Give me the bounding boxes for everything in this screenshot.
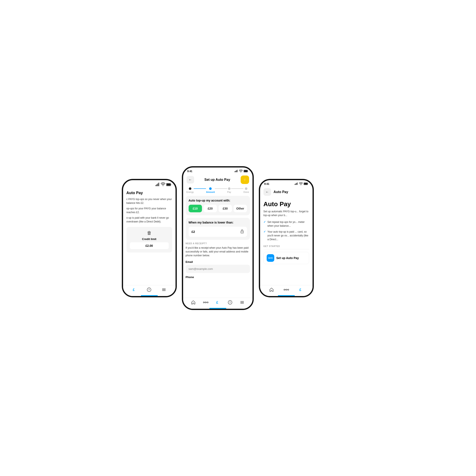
- svg-text:£: £: [133, 288, 135, 292]
- autopay-big-title: Auto Pay: [263, 201, 309, 207]
- svg-text:?: ?: [149, 288, 150, 291]
- svg-rect-2: [157, 183, 158, 186]
- right-back-btn[interactable]: ←: [263, 188, 271, 196]
- amount-btn-20[interactable]: £20: [204, 205, 217, 212]
- left-nav-menu[interactable]: [162, 287, 166, 293]
- left-phone-content: Auto Pay c PAYG top-ups so you never whe…: [123, 188, 175, 296]
- right-signal-icon: [294, 182, 298, 186]
- right-wifi-icon: [299, 182, 303, 186]
- right-nav-home[interactable]: [269, 287, 274, 293]
- svg-rect-19: [244, 170, 247, 172]
- svg-rect-33: [295, 184, 295, 185]
- svg-rect-34: [295, 183, 296, 185]
- svg-rect-14: [235, 171, 236, 172]
- center-nav-menu[interactable]: [240, 300, 244, 306]
- svg-rect-12: [162, 290, 166, 291]
- trash-icon[interactable]: 🗑: [147, 230, 152, 236]
- autopay-desc: Set up automatic PAYG top-u... forget to…: [263, 210, 309, 217]
- right-main: Auto Pay Set up automatic PAYG top-u... …: [260, 198, 313, 279]
- phone-label: Phone: [186, 275, 250, 279]
- credit-limit-label: Credit limit: [142, 238, 156, 241]
- svg-text:?: ?: [229, 301, 231, 304]
- svg-rect-0: [155, 185, 156, 186]
- step-label-amount: Amount: [206, 191, 215, 193]
- step-label-energy: Energy: [187, 191, 194, 193]
- amount-options: £10 £20 £30 Other: [189, 205, 247, 212]
- left-nav-pound[interactable]: £: [132, 287, 137, 293]
- email-label: Email: [186, 260, 250, 263]
- check-text-1: Set repeat top-ups for yo... meter when …: [268, 220, 309, 228]
- left-nav-help[interactable]: ?: [147, 287, 152, 293]
- step-energy: Energy: [187, 187, 194, 193]
- step-line-2: [215, 188, 227, 189]
- topup-section: Auto top-up my account with: £10 £20 £30…: [186, 196, 250, 215]
- receipt-section: NEED A RECEIPT? If you'd like a receipt …: [183, 242, 253, 283]
- balance-title: When my balance is lower than:: [189, 221, 247, 224]
- svg-rect-16: [237, 170, 237, 172]
- center-nav-usage[interactable]: [203, 301, 208, 305]
- scene: Auto Pay c PAYG top-ups so you never whe…: [122, 166, 354, 310]
- right-nav-usage[interactable]: [284, 288, 289, 293]
- center-nav-indicator: [209, 308, 226, 309]
- check-item-2: ✓ Your auto top-up is paid ... card, so …: [263, 230, 309, 241]
- svg-text:£: £: [216, 301, 218, 304]
- left-phone: Auto Pay c PAYG top-ups so you never whe…: [122, 179, 177, 297]
- right-status-icons: [294, 182, 308, 186]
- step-line-3: [231, 188, 243, 189]
- center-nav-help[interactable]: ?: [228, 300, 232, 306]
- lock-icon: [240, 229, 244, 234]
- right-header: ← Auto Pay: [260, 187, 313, 198]
- right-phone-content: Auto Pay Set up automatic PAYG top-u... …: [260, 198, 313, 297]
- center-status-bar: 9:41: [183, 168, 253, 174]
- center-back-btn[interactable]: ←: [187, 176, 194, 184]
- center-battery-icon: [244, 170, 248, 173]
- svg-rect-1: [156, 184, 157, 186]
- receipt-desc: If you'd like a receipt when your Auto P…: [186, 246, 250, 257]
- step-dot-energy: [189, 187, 191, 190]
- amount-btn-10[interactable]: £10: [189, 205, 202, 212]
- credit-amount: £2.00: [130, 242, 169, 249]
- left-desc3: o-up is paid with your bank ll never go …: [126, 216, 172, 223]
- topup-title: Auto top-up my account with:: [189, 199, 247, 202]
- center-time: 9:41: [187, 170, 192, 173]
- wifi-icon: [161, 182, 165, 187]
- left-nav-indicator: [141, 295, 158, 296]
- amount-btn-30[interactable]: £30: [219, 205, 232, 212]
- step-dot-pay: [228, 187, 231, 190]
- svg-rect-30: [240, 301, 244, 302]
- center-nav-home[interactable]: [191, 300, 196, 306]
- right-nav-indicator: [278, 295, 295, 296]
- right-nav-pound[interactable]: £: [299, 287, 304, 293]
- right-header-title: Auto Pay: [274, 190, 288, 194]
- svg-rect-35: [296, 183, 297, 185]
- left-desc2: op-ups for your PAYG your balance reache…: [126, 207, 172, 214]
- right-status-bar: 9:41: [260, 180, 313, 187]
- svg-rect-10: [162, 289, 166, 289]
- battery-icon: [166, 183, 171, 187]
- check-mark-1: ✓: [263, 220, 266, 223]
- svg-rect-15: [236, 170, 237, 172]
- stepper: Energy Amount Pay Done: [183, 186, 253, 196]
- right-bottom-nav: £: [260, 285, 313, 296]
- check-item-1: ✓ Set repeat top-ups for yo... meter whe…: [263, 220, 309, 228]
- check-text-2: Your auto top-up is paid ... card, so yo…: [268, 230, 309, 241]
- receipt-heading: NEED A RECEIPT?: [186, 242, 250, 245]
- setup-autopay-btn[interactable]: Set up Auto Pay: [263, 252, 309, 264]
- step-line-1: [194, 188, 206, 189]
- svg-point-25: [205, 302, 206, 303]
- email-input[interactable]: [186, 265, 250, 273]
- step-pay: Pay: [227, 187, 231, 193]
- center-status-icons: [234, 170, 248, 173]
- svg-rect-11: [162, 289, 166, 290]
- amount-btn-other[interactable]: Other: [234, 205, 247, 212]
- center-header-title: Set up Auto Pay: [204, 178, 230, 182]
- svg-rect-39: [304, 183, 307, 185]
- center-nav-pound[interactable]: £: [216, 300, 220, 306]
- svg-text:£: £: [299, 288, 301, 292]
- right-battery-icon: [304, 183, 308, 186]
- lightning-btn[interactable]: ⚡: [241, 175, 249, 184]
- setup-btn-text: Set up Auto Pay: [276, 256, 299, 260]
- svg-rect-36: [297, 183, 297, 185]
- get-started-label: GET STARTED: [263, 245, 309, 247]
- step-label-done: Done: [243, 191, 249, 193]
